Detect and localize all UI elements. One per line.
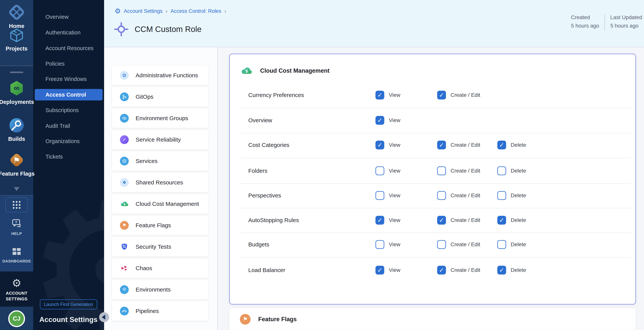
builds-icon	[8, 117, 25, 134]
rail-item-help[interactable]: ? HELP	[0, 218, 33, 236]
launch-first-generation-button[interactable]: Launch First Generation	[40, 299, 97, 309]
category-environment-groups[interactable]: Environment Groups	[112, 108, 208, 128]
category-cloud-cost-management[interactable]: $ Cloud Cost Management	[112, 194, 208, 214]
projects-icon	[8, 27, 25, 44]
checkbox[interactable]	[376, 141, 384, 149]
checkbox[interactable]	[437, 191, 446, 200]
checkbox-label: Delete	[511, 241, 526, 248]
checkbox-create-edit[interactable]: Create / Edit	[437, 216, 480, 225]
sidebar-item-policies[interactable]: Policies	[35, 58, 102, 69]
rail-item-projects[interactable]: Projects	[0, 27, 33, 52]
category-pipelines[interactable]: Pipelines	[112, 301, 208, 321]
row-divider	[240, 257, 631, 258]
checkbox-view[interactable]: View	[376, 216, 400, 225]
category-shared-resources[interactable]: ❖ Shared Resources	[112, 173, 208, 192]
checkbox[interactable]	[437, 216, 446, 225]
sidebar-item-audit-trail[interactable]: Audit Trail	[35, 120, 102, 132]
rail-item-account-settings[interactable]: ⚙ ACCOUNT SETTINGS	[0, 278, 33, 302]
sidebar-item-freeze-windows[interactable]: Freeze Windows	[35, 73, 102, 85]
checkbox[interactable]	[437, 240, 446, 249]
checkbox-delete[interactable]: Delete	[497, 191, 526, 200]
sidebar-item-subscriptions[interactable]: Subscriptions	[35, 104, 102, 116]
category-service-reliability[interactable]: ✓ Service Reliability	[112, 130, 208, 149]
checkbox[interactable]	[497, 216, 506, 225]
checkbox-create-edit[interactable]: Create / Edit	[437, 141, 480, 149]
category-services[interactable]: Services	[112, 151, 208, 171]
avatar[interactable]: CJ	[8, 310, 25, 327]
security-tests-shield-icon	[120, 242, 129, 251]
category-feature-flags[interactable]: ⚑ Feature Flags	[112, 215, 208, 235]
checkbox-delete[interactable]: Delete	[497, 167, 526, 175]
breadcrumb-access-control-roles[interactable]: Access Control: Roles	[170, 8, 221, 14]
checkbox-delete[interactable]: Delete	[497, 266, 526, 274]
category-gitops[interactable]: GitOps	[112, 87, 208, 107]
feature-flags-icon: ⚑	[8, 151, 25, 169]
checkbox[interactable]	[376, 191, 384, 200]
checkbox[interactable]	[437, 141, 446, 149]
checkbox[interactable]	[376, 167, 384, 175]
sidebar-item-organizations[interactable]: Organizations	[35, 135, 102, 147]
module-picker-button[interactable]	[5, 198, 28, 212]
checkbox-create-edit[interactable]: Create / Edit	[437, 240, 480, 249]
rail-item-label: Builds	[8, 136, 25, 142]
category-chaos[interactable]: Chaos	[112, 258, 208, 278]
checkbox-delete[interactable]: Delete	[497, 240, 526, 249]
row-label: Cost Categories	[248, 142, 289, 148]
sidebar-item-label: Freeze Windows	[46, 76, 87, 82]
checkbox-view[interactable]: View	[376, 116, 400, 125]
checkbox[interactable]	[376, 216, 384, 225]
checkbox[interactable]	[497, 191, 506, 200]
checkbox-label: Create / Edit	[450, 193, 480, 199]
chevron-down-icon[interactable]	[14, 187, 20, 191]
checkbox[interactable]	[437, 167, 446, 175]
checkbox-create-edit[interactable]: Create / Edit	[437, 167, 480, 175]
checkbox-create-edit[interactable]: Create / Edit	[437, 91, 480, 99]
created-block: Created 5 hours ago	[571, 14, 599, 29]
sidenav-collapse-button[interactable]	[99, 312, 109, 322]
ccm-permissions-card: $ Cloud Cost Management Currency Prefere…	[229, 54, 636, 304]
checkbox[interactable]	[497, 266, 506, 274]
checkbox-view[interactable]: View	[376, 91, 400, 99]
checkbox-view[interactable]: View	[376, 167, 400, 175]
chaos-icon	[120, 264, 129, 273]
checkbox-view[interactable]: View	[376, 266, 400, 274]
checkbox[interactable]	[497, 167, 506, 175]
category-label: Services	[136, 158, 158, 164]
checkbox-create-edit[interactable]: Create / Edit	[437, 266, 480, 274]
sidebar-item-overview[interactable]: Overview	[35, 11, 102, 23]
checkbox-view[interactable]: View	[376, 191, 400, 200]
category-security-tests[interactable]: Security Tests	[112, 237, 208, 257]
row-divider	[240, 108, 631, 108]
rail-item-profile[interactable]: CJ	[0, 310, 33, 327]
breadcrumb-account-settings[interactable]: Account Settings	[124, 8, 162, 14]
sidebar-item-tickets[interactable]: Tickets	[35, 151, 102, 162]
checkbox[interactable]	[437, 266, 446, 274]
rail-item-deployments[interactable]: ∞ Deployments	[0, 79, 33, 105]
checkbox-label: View	[389, 168, 400, 174]
sidebar-item-account-resources[interactable]: Account Resources	[35, 43, 102, 54]
sidebar-item-authentication[interactable]: Authentication	[35, 27, 102, 38]
checkbox[interactable]	[376, 240, 384, 249]
rail-item-dashboards[interactable]: DASHBOARDS	[0, 247, 33, 264]
sidebar-item-access-control[interactable]: Access Control	[35, 89, 102, 100]
category-environments[interactable]: Environments	[112, 280, 208, 299]
checkbox[interactable]	[497, 141, 506, 149]
role-crosshair-icon	[114, 22, 128, 37]
checkbox[interactable]	[376, 116, 384, 125]
rail-item-home[interactable]: Home	[0, 4, 33, 29]
rail-item-feature-flags[interactable]: ⚑ Feature Flags	[0, 151, 33, 177]
checkbox[interactable]	[437, 91, 446, 99]
checkbox-create-edit[interactable]: Create / Edit	[437, 191, 480, 200]
checkbox[interactable]	[376, 91, 384, 99]
checkbox[interactable]	[376, 266, 384, 274]
checkbox-delete[interactable]: Delete	[497, 141, 526, 149]
svg-text:$: $	[124, 202, 126, 206]
row-label: Budgets	[248, 241, 269, 248]
checkbox-view[interactable]: View	[376, 141, 400, 149]
role-meta: Created 5 hours ago Last Updated 5 hours…	[571, 14, 642, 31]
rail-item-builds[interactable]: Builds	[0, 117, 33, 142]
checkbox-delete[interactable]: Delete	[497, 216, 526, 225]
checkbox-view[interactable]: View	[376, 240, 400, 249]
checkbox[interactable]	[497, 240, 506, 249]
category-administrative-functions[interactable]: ⚙ Administrative Functions	[112, 65, 208, 85]
